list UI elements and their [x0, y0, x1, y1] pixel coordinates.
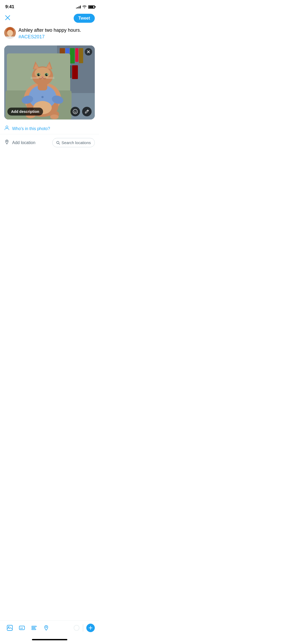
svg-point-6 — [8, 32, 9, 33]
photo-bottom-bar: Add description — [4, 107, 95, 116]
who-in-photo-row[interactable]: Who's in this photo? — [0, 122, 99, 134]
battery-icon — [88, 5, 95, 9]
status-bar: 9:41 — [0, 0, 99, 12]
svg-point-42 — [39, 74, 40, 75]
avatar — [4, 27, 16, 39]
svg-point-3 — [7, 27, 13, 32]
tweet-text: Ashley after two happy hours. #ACES2017 — [18, 27, 95, 40]
location-row: Add location Search locations — [0, 134, 99, 151]
add-description-button[interactable]: Add description — [7, 108, 43, 116]
svg-rect-12 — [70, 48, 75, 63]
svg-point-43 — [47, 74, 48, 75]
svg-rect-17 — [72, 65, 78, 79]
svg-point-51 — [76, 111, 76, 112]
svg-point-50 — [74, 111, 75, 112]
tweet-hashtag: #ACES2017 — [18, 34, 45, 39]
svg-rect-13 — [75, 48, 78, 62]
svg-point-41 — [45, 73, 48, 76]
svg-point-52 — [6, 126, 8, 128]
search-locations-label: Search locations — [62, 140, 91, 145]
status-icons — [76, 5, 95, 9]
svg-point-54 — [57, 141, 59, 144]
close-button[interactable] — [4, 14, 11, 22]
add-location-label: Add location — [12, 140, 50, 145]
photo-action-icons — [70, 107, 92, 116]
svg-point-29 — [41, 96, 44, 98]
photo-container: Add description — [4, 45, 95, 119]
edit-button[interactable] — [82, 107, 92, 116]
person-icon — [4, 125, 10, 132]
nav-bar: Tweet — [0, 12, 99, 25]
svg-rect-14 — [79, 48, 83, 63]
status-time: 9:41 — [5, 4, 14, 10]
tweet-button[interactable]: Tweet — [74, 14, 95, 23]
svg-point-49 — [73, 109, 78, 114]
svg-point-40 — [37, 73, 40, 76]
svg-point-7 — [11, 32, 12, 33]
svg-rect-5 — [5, 36, 15, 39]
wifi-icon — [82, 5, 87, 9]
compose-area: Ashley after two happy hours. #ACES2017 — [0, 25, 99, 43]
signal-icon — [76, 5, 81, 8]
who-in-photo-label: Who's in this photo? — [12, 126, 95, 131]
search-locations-button[interactable]: Search locations — [52, 138, 95, 147]
svg-point-53 — [6, 141, 7, 142]
emoji-button[interactable] — [70, 107, 80, 116]
compose-content: Ashley after two happy hours. #ACES2017 — [18, 27, 95, 41]
location-pin-icon — [4, 139, 10, 146]
